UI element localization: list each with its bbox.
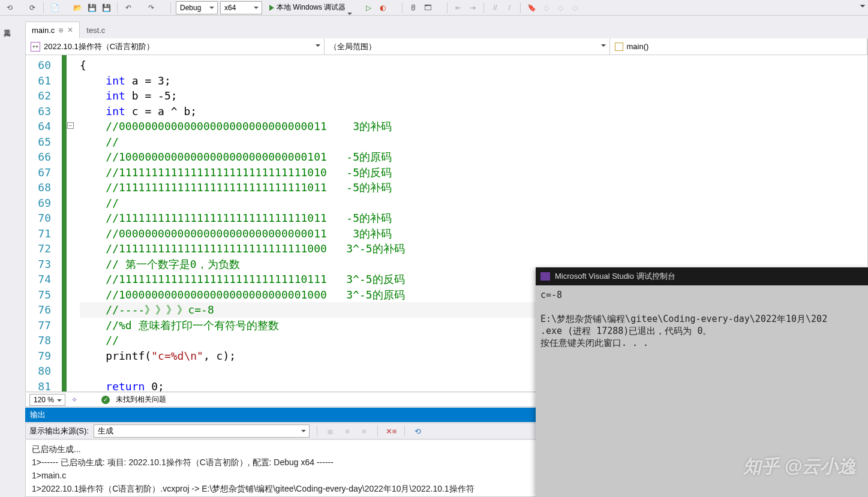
bookmark-next-icon[interactable]: ◇ xyxy=(554,2,566,14)
issues-label: 未找到相关问题 xyxy=(116,394,166,405)
function-icon xyxy=(615,43,623,51)
find-dropdown[interactable] xyxy=(436,2,442,14)
close-icon[interactable]: ✕ xyxy=(67,26,73,34)
undo-icon[interactable]: ↶ xyxy=(122,2,134,14)
nav-forward-icon[interactable]: ⟳ xyxy=(26,2,38,14)
code-line[interactable]: // xyxy=(80,195,867,211)
output-prev-icon[interactable]: ≡ xyxy=(341,425,353,437)
find-in-files-icon[interactable]: 🗔 xyxy=(422,2,434,14)
redo-icon[interactable]: ↷ xyxy=(145,2,157,14)
redo-dropdown[interactable] xyxy=(160,2,166,14)
navigation-bar: ++ 2022.10.1操作符（C语言初阶） （全局范围） main() xyxy=(25,38,868,55)
tab-label: main.c xyxy=(32,26,55,35)
fold-gutter: − xyxy=(67,55,75,391)
browser-link-icon[interactable]: 🛢 xyxy=(407,2,419,14)
tab-label: test.c xyxy=(86,26,105,35)
watermark-small: CSDN @云小扬_ xyxy=(801,477,856,487)
output-source-dropdown[interactable]: 生成 xyxy=(94,424,310,438)
code-line[interactable]: //11111111111111111111111111111000 3^-5的… xyxy=(80,241,867,257)
code-line[interactable]: int a = 3; xyxy=(80,73,867,89)
code-line[interactable]: int c = a ^ b; xyxy=(80,104,867,119)
intellicode-icon[interactable]: ✧ xyxy=(71,396,77,404)
nav-back-icon[interactable]: ⟲ xyxy=(4,2,16,14)
hot-reload-dropdown[interactable] xyxy=(391,2,397,14)
indent-icon[interactable]: ⇥ xyxy=(467,2,479,14)
output-source-label: 显示输出来源(S): xyxy=(29,426,89,436)
save-all-icon[interactable]: 💾 xyxy=(100,2,112,14)
undo-dropdown[interactable] xyxy=(137,2,143,14)
code-line[interactable]: //00000000000000000000000000000011 3的补码 xyxy=(80,226,867,242)
new-file-dropdown[interactable] xyxy=(63,2,69,14)
save-icon[interactable]: 💾 xyxy=(86,2,98,14)
nav-scope-dropdown[interactable]: （全局范围） xyxy=(325,38,609,55)
zoom-dropdown[interactable]: 120 % xyxy=(29,394,65,406)
uncomment-icon[interactable]: / xyxy=(503,2,515,14)
code-line[interactable]: //11111111111111111111111111111011 -5的补码 xyxy=(80,180,867,195)
nav-function-dropdown[interactable]: main() xyxy=(610,38,867,55)
outdent-icon[interactable]: ⇤ xyxy=(452,2,464,14)
tab-main-c[interactable]: main.c ⊕ ✕ xyxy=(25,22,80,38)
console-title: Microsoft Visual Studio 调试控制台 xyxy=(555,271,675,282)
output-next-icon[interactable]: ≡ xyxy=(358,425,370,437)
nav-back-dropdown[interactable] xyxy=(18,2,24,14)
toolbox-tab[interactable]: 工具箱 xyxy=(1,20,13,28)
code-line[interactable]: //10000000000000000000000000000101 -5的原码 xyxy=(80,149,867,165)
code-line[interactable]: //11111111111111111111111111111010 -5的反码 xyxy=(80,165,867,180)
start-debugging-button[interactable]: 本地 Windows 调试器 xyxy=(265,1,360,14)
debugger-label: 本地 Windows 调试器 xyxy=(277,2,346,13)
nav-function-label: main() xyxy=(627,42,649,51)
code-line[interactable]: { xyxy=(80,58,867,73)
pin-icon[interactable]: ⊕ xyxy=(58,26,64,34)
bookmark-icon[interactable]: 🔖 xyxy=(525,2,537,14)
change-indicator-gutter xyxy=(62,55,67,391)
hot-reload-icon[interactable]: ◐ xyxy=(377,2,389,14)
main-toolbar: ⟲ ⟳ 📄 📂 💾 💾 ↶ ↷ Debug x64 本地 Windows 调试器… xyxy=(0,0,868,16)
platform-dropdown[interactable]: x64 xyxy=(220,1,262,14)
open-file-icon[interactable]: 📂 xyxy=(71,2,83,14)
status-ok-icon: ✓ xyxy=(101,396,110,404)
code-line[interactable]: int b = -5; xyxy=(80,88,867,104)
code-line[interactable]: //11111111111111111111111111111011 -5的补码 xyxy=(80,210,867,226)
console-title-bar[interactable]: Microsoft Visual Studio 调试控制台 xyxy=(536,267,868,285)
nav-project-label: 2022.10.1操作符（C语言初阶） xyxy=(44,41,154,52)
comment-icon[interactable]: // xyxy=(489,2,501,14)
play-icon xyxy=(269,5,274,11)
code-line[interactable]: //00000000000000000000000000000011 3的补码 xyxy=(80,119,867,134)
output-goto-icon[interactable]: ≣ xyxy=(325,425,337,437)
output-clear-icon[interactable]: ✕≡ xyxy=(385,425,397,437)
console-body[interactable]: c=-8 E:\梦想杂货铺\编程\gitee\Coding-every-day\… xyxy=(536,285,868,353)
fold-toggle[interactable]: − xyxy=(67,122,74,129)
new-file-icon[interactable]: 📄 xyxy=(49,2,61,14)
config-dropdown[interactable]: Debug xyxy=(176,1,218,14)
bookmark-clear-icon[interactable]: ◇ xyxy=(569,2,581,14)
debug-console-window[interactable]: Microsoft Visual Studio 调试控制台 c=-8 E:\梦想… xyxy=(536,267,868,497)
project-icon: ++ xyxy=(31,42,40,52)
bookmark-prev-icon[interactable]: ◇ xyxy=(540,2,552,14)
code-line[interactable]: // xyxy=(80,134,867,150)
nav-project-dropdown[interactable]: ++ 2022.10.1操作符（C语言初阶） xyxy=(26,38,325,55)
start-without-debugging-icon[interactable]: ▷ xyxy=(362,2,374,14)
tab-test-c[interactable]: test.c xyxy=(80,22,112,38)
output-wrap-icon[interactable]: ⟲ xyxy=(412,425,424,437)
nav-scope-label: （全局范围） xyxy=(329,41,376,52)
document-tabs: main.c ⊕ ✕ test.c xyxy=(25,20,868,38)
console-icon xyxy=(540,272,550,281)
bookmark-dropdown[interactable] xyxy=(583,2,589,14)
line-number-gutter: 60 61 62 63 64 65 66 67 68 69 70 71 72 7… xyxy=(26,55,62,391)
